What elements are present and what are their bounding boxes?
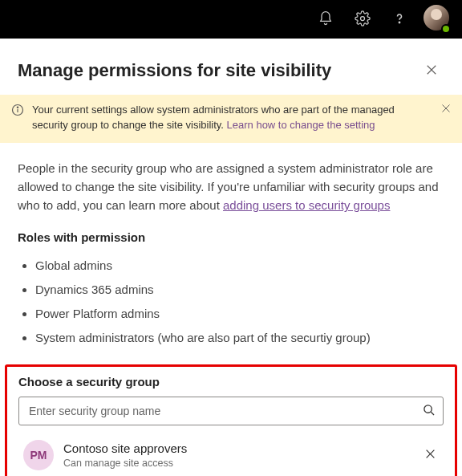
roles-heading: Roles with permission bbox=[0, 214, 462, 249]
group-name: Contoso site approvers bbox=[63, 441, 411, 457]
svg-point-1 bbox=[399, 22, 399, 22]
security-group-input[interactable] bbox=[29, 405, 423, 417]
security-group-search[interactable] bbox=[18, 397, 444, 425]
svg-point-5 bbox=[424, 405, 432, 413]
settings-button[interactable] bbox=[346, 3, 379, 35]
panel: Manage permissions for site visibility Y… bbox=[0, 39, 462, 476]
info-learn-link[interactable]: Learn how to change the setting bbox=[227, 119, 375, 131]
close-panel-button[interactable] bbox=[419, 58, 444, 83]
svg-point-4 bbox=[17, 107, 18, 108]
role-item: System administrators (who are also part… bbox=[35, 326, 444, 350]
remove-group-button[interactable] bbox=[420, 444, 440, 466]
info-icon bbox=[11, 104, 24, 119]
info-text: Your current settings allow system admin… bbox=[32, 103, 433, 133]
group-avatar: PM bbox=[23, 440, 54, 470]
role-item: Global admins bbox=[35, 254, 444, 278]
notifications-button[interactable] bbox=[310, 3, 342, 35]
bell-icon bbox=[318, 10, 334, 29]
role-item: Power Platform admins bbox=[35, 302, 444, 326]
top-app-bar bbox=[0, 0, 462, 39]
close-icon bbox=[441, 103, 451, 116]
adding-users-link[interactable]: adding users to security groups bbox=[223, 198, 390, 212]
group-text: Contoso site approvers Can manage site a… bbox=[63, 441, 411, 470]
help-button[interactable] bbox=[383, 3, 415, 35]
panel-header: Manage permissions for site visibility bbox=[0, 39, 462, 95]
account-button[interactable] bbox=[424, 5, 452, 34]
close-icon bbox=[426, 64, 437, 78]
info-message-bar: Your current settings allow system admin… bbox=[0, 95, 462, 143]
svg-point-0 bbox=[361, 16, 365, 20]
dismiss-info-button[interactable] bbox=[441, 103, 451, 116]
highlight-box: Choose a security group PM Contoso site … bbox=[5, 364, 457, 476]
svg-line-6 bbox=[431, 413, 434, 416]
search-icon bbox=[423, 404, 435, 418]
roles-list: Global admins Dynamics 365 admins Power … bbox=[0, 249, 462, 358]
role-item: Dynamics 365 admins bbox=[35, 278, 444, 302]
close-icon bbox=[425, 449, 436, 462]
group-subtitle: Can manage site access bbox=[63, 457, 411, 470]
description-text: People in the security group who are ass… bbox=[0, 143, 462, 215]
question-icon bbox=[391, 10, 407, 29]
selected-group-row: PM Contoso site approvers Can manage sit… bbox=[18, 438, 444, 472]
choose-group-heading: Choose a security group bbox=[18, 375, 444, 389]
panel-title: Manage permissions for site visibility bbox=[18, 60, 331, 81]
presence-indicator bbox=[441, 24, 451, 34]
gear-icon bbox=[355, 10, 371, 29]
